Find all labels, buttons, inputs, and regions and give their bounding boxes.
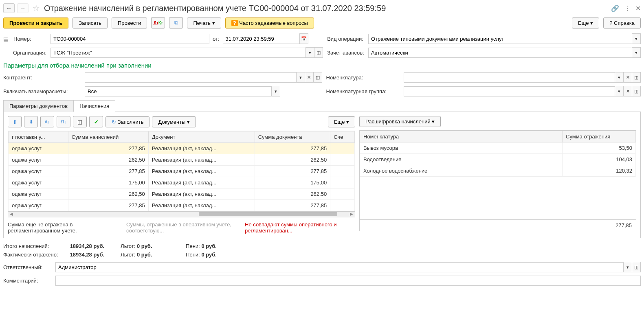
more-button[interactable]: Еще ▾	[572, 18, 599, 28]
dropdown-icon[interactable]: ▾	[271, 86, 280, 96]
penalty-label: Пени:	[186, 243, 200, 249]
org-label: Организация:	[3, 50, 46, 56]
dropdown-icon[interactable]: ▾	[615, 86, 624, 96]
table-header[interactable]: г поставки у...	[9, 131, 68, 143]
nomenclature-label: Номенклатура:	[326, 74, 400, 81]
copy-button[interactable]: ◫	[73, 116, 87, 127]
dropdown-icon[interactable]: ▾	[632, 47, 641, 58]
contragent-label: Контрагент:	[3, 74, 81, 81]
legend-mismatch: Не совпадают суммы оперативного и реглам…	[245, 221, 355, 234]
clear-icon[interactable]: ✕	[305, 72, 314, 83]
op-type-label: Вид операции:	[327, 36, 364, 42]
table-row[interactable]: одажа услуг175,00Реализация (акт, наклад…	[9, 177, 355, 188]
horizontal-scrollbar[interactable]: ◀ ▶	[8, 212, 355, 217]
comment-input[interactable]	[55, 276, 641, 286]
op-type-input[interactable]	[368, 34, 632, 44]
nav-forward[interactable]: →	[17, 3, 29, 13]
documents-button[interactable]: Документы ▾	[152, 116, 196, 127]
document-icon: ▤	[3, 35, 9, 42]
open-icon[interactable]: ◫	[313, 72, 322, 83]
total-charges-label: Итого начислений:	[3, 243, 68, 249]
org-input[interactable]	[51, 48, 306, 58]
responsible-input[interactable]	[55, 262, 624, 272]
save-button[interactable]: Записать	[73, 18, 108, 28]
table-row[interactable]: одажа услуг262,50Реализация (акт, наклад…	[9, 154, 355, 166]
structure-button[interactable]: ⧉	[169, 17, 183, 28]
calendar-icon[interactable]: 📅	[299, 33, 308, 44]
benefits-value: 0 руб.	[137, 243, 152, 249]
post-close-button[interactable]: Провести и закрыть	[3, 18, 68, 28]
nom-group-input[interactable]	[404, 86, 615, 96]
print-button[interactable]: Печать ▾	[187, 18, 221, 28]
right-total: 277,85	[359, 220, 636, 231]
table-row[interactable]: Водоотведение104,03	[360, 154, 636, 165]
page-title: Отражение начислений в регламентированно…	[44, 4, 609, 13]
number-input[interactable]	[51, 34, 209, 44]
sort-asc-button[interactable]: А↓	[40, 116, 54, 127]
include-label: Включать взаиморасчеты:	[3, 88, 81, 94]
post-button[interactable]: Провести	[112, 18, 147, 28]
dropdown-icon[interactable]: ▾	[632, 33, 641, 44]
comment-label: Комментарий:	[3, 278, 52, 284]
table-row[interactable]: одажа услуг262,50Реализация (акт, наклад…	[9, 188, 355, 200]
open-icon[interactable]: ◫	[632, 72, 641, 83]
sort-desc-button[interactable]: Я↓	[57, 116, 70, 127]
clear-icon[interactable]: ✕	[623, 72, 632, 83]
nom-group-label: Номенклатурная группа:	[326, 88, 400, 94]
table-row[interactable]: одажа услуг277,85Реализация (акт, наклад…	[9, 166, 355, 177]
responsible-label: Ответственный:	[3, 264, 52, 270]
charges-table: г поставки у...Сумма начисленийДокументС…	[8, 131, 355, 211]
left-more-button[interactable]: Еще ▾	[328, 116, 355, 127]
clear-icon[interactable]: ✕	[623, 86, 632, 96]
advance-label: Зачет авансов:	[327, 50, 364, 56]
benefits-label: Льгот:	[121, 243, 135, 249]
dropdown-icon[interactable]: ▾	[296, 72, 305, 83]
faq-button[interactable]: ? Часто задаваемые вопросы	[225, 18, 314, 28]
fill-button[interactable]: ↻ Заполнить	[106, 116, 149, 127]
move-up-button[interactable]: ⬆	[8, 116, 22, 127]
section-title: Параметры для отбора начислений при запо…	[3, 62, 641, 69]
table-header[interactable]: Сумма начислений	[68, 131, 148, 143]
table-header[interactable]: Номенклатура	[360, 131, 563, 142]
dropdown-icon[interactable]: ▾	[623, 262, 632, 272]
legend-unreflected: Сумма еще не отражена в регламентированн…	[8, 221, 118, 234]
table-row[interactable]: Вывоз мусора53,50	[360, 142, 636, 154]
table-row[interactable]: одажа услуг277,85Реализация (акт, наклад…	[9, 143, 355, 154]
tab-charges[interactable]: Начисления	[73, 100, 115, 112]
dropdown-icon[interactable]: ▾	[615, 72, 624, 83]
favorite-icon[interactable]: ☆	[31, 3, 42, 13]
advance-input[interactable]	[368, 48, 632, 58]
number-label: Номер:	[13, 36, 31, 42]
decode-table: НоменклатураСумма отражения Вывоз мусора…	[360, 131, 636, 177]
nomenclature-input[interactable]	[404, 72, 615, 83]
move-down-button[interactable]: ⬇	[24, 116, 38, 127]
legend-match: Суммы, отраженные в оперативном учете, с…	[126, 221, 237, 234]
open-icon[interactable]: ◫	[314, 47, 323, 58]
help-button[interactable]: ? Справка	[603, 18, 641, 28]
open-icon[interactable]: ◫	[632, 86, 641, 96]
tab-params[interactable]: Параметры документов	[3, 100, 74, 112]
date-input[interactable]	[223, 34, 300, 44]
contragent-input[interactable]	[85, 72, 297, 83]
table-row[interactable]: Холодное водоснабжение120,32	[360, 165, 636, 177]
dropdown-icon[interactable]: ▾	[306, 47, 314, 58]
table-header[interactable]: Документ	[148, 131, 255, 143]
link-icon[interactable]: 🔗	[611, 4, 619, 12]
actual-value: 18934,28 руб.	[70, 252, 104, 258]
check-button[interactable]: ✔	[89, 116, 103, 127]
decode-button[interactable]: Расшифровка начислений ▾	[359, 116, 441, 127]
table-header[interactable]: Сче	[330, 131, 355, 143]
nav-back[interactable]: ←	[3, 3, 15, 13]
total-charges-value: 18934,28 руб.	[70, 243, 104, 249]
table-header[interactable]: Сумма документа	[255, 131, 330, 143]
table-row[interactable]: одажа услуг277,85Реализация (акт, наклад…	[9, 200, 355, 211]
more-icon[interactable]: ⋮	[624, 4, 631, 12]
actual-label: Фактически отражено:	[3, 252, 68, 258]
table-header[interactable]: Сумма отражения	[563, 131, 636, 142]
include-input[interactable]	[85, 86, 272, 96]
date-label: от:	[213, 36, 220, 42]
dtct-button[interactable]: ДтКт	[151, 17, 165, 28]
close-icon[interactable]: ✕	[635, 4, 641, 12]
penalty-value: 0 руб.	[201, 243, 216, 249]
open-icon[interactable]: ◫	[632, 262, 641, 272]
